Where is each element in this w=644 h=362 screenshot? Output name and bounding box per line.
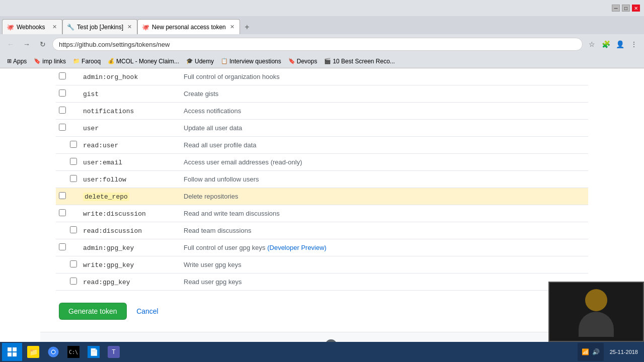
bookmark-interview-label: Interview questions bbox=[229, 58, 281, 65]
bookmark-imp-links[interactable]: 🔖 imp links bbox=[31, 56, 69, 67]
new-tab-button[interactable]: + bbox=[240, 20, 254, 34]
perm-desc-user_follow: Follow and unfollow users bbox=[181, 171, 588, 188]
developer-preview-link[interactable]: (Developer Preview) bbox=[266, 244, 327, 251]
perm-name-read_discussion: read:discussion bbox=[80, 222, 181, 239]
main-scroll-area[interactable]: admin:org_hookFull control of organizati… bbox=[0, 68, 644, 342]
menu-icon[interactable]: ⋮ bbox=[628, 38, 640, 50]
bookmark-farooq[interactable]: 📁 Farooq bbox=[70, 56, 104, 67]
svg-rect-1 bbox=[13, 347, 17, 351]
table-row: read:gpg_keyRead user gpg keys bbox=[56, 274, 588, 291]
bookmark-apps[interactable]: ⊞ Apps bbox=[4, 56, 30, 67]
perm-desc-write_gpg_key: Write user gpg keys bbox=[181, 256, 588, 274]
taskbar-chrome[interactable] bbox=[44, 343, 62, 361]
perm-checkbox-admin_org_hook[interactable] bbox=[59, 72, 66, 79]
perm-checkbox-read_discussion[interactable] bbox=[70, 226, 77, 233]
minimize-button[interactable]: ─ bbox=[612, 5, 620, 12]
taskbar-left: 📁 C:\ 📄 T bbox=[2, 343, 123, 361]
perm-checkbox-user_follow[interactable] bbox=[70, 175, 77, 182]
bookmark-mcol[interactable]: 💰 MCOL - Money Claim... bbox=[105, 56, 182, 67]
tab-webhooks[interactable]: 🐙 Webhooks ✕ bbox=[2, 19, 62, 34]
perm-desc-read_discussion: Read team discussions bbox=[181, 222, 588, 239]
tab-favicon-token: 🐙 bbox=[142, 24, 149, 31]
perm-name-admin_gpg_key: admin:gpg_key bbox=[80, 239, 181, 256]
clock[interactable]: 25-11-2018 bbox=[606, 348, 642, 355]
tab-close-jenkins[interactable]: ✕ bbox=[126, 23, 133, 31]
generate-token-button[interactable]: Generate token bbox=[59, 303, 127, 320]
perm-desc-read_user: Read all user profile data bbox=[181, 137, 588, 154]
table-row: write:gpg_keyWrite user gpg keys bbox=[56, 256, 588, 274]
perm-checkbox-gist[interactable] bbox=[59, 89, 66, 97]
apps-icon: ⊞ bbox=[7, 58, 12, 64]
bookmark-icon-imp: 🔖 bbox=[34, 58, 41, 64]
perm-desc-notifications: Access notifications bbox=[181, 103, 588, 120]
taskbar-explorer[interactable]: 📁 bbox=[24, 343, 42, 361]
perm-checkbox-admin_gpg_key[interactable] bbox=[59, 243, 66, 250]
tab-close-webhooks[interactable]: ✕ bbox=[51, 23, 58, 31]
perm-checkbox-delete_repo[interactable] bbox=[59, 192, 66, 199]
table-row: userUpdate all user data bbox=[56, 120, 588, 137]
table-row: admin:org_hookFull control of organizati… bbox=[56, 68, 588, 85]
address-bar: ← → ↻ https://github.com/settings/tokens… bbox=[0, 34, 644, 54]
tab-favicon-jenkins: 🔧 bbox=[67, 24, 74, 31]
bookmark-screen-rec[interactable]: 🎬 10 Best Screen Reco... bbox=[321, 56, 397, 67]
bookmark-devops[interactable]: 🔖 Devops bbox=[285, 56, 320, 67]
address-input[interactable]: https://github.com/settings/tokens/new bbox=[52, 38, 583, 51]
tab-label-webhooks: Webhooks bbox=[17, 24, 48, 31]
tab-favicon-webhooks: 🐙 bbox=[7, 24, 14, 31]
volume-icon: 🔊 bbox=[592, 348, 600, 355]
video-feed bbox=[549, 283, 643, 341]
taskbar-teams[interactable]: T bbox=[105, 343, 123, 361]
account-icon[interactable]: 👤 bbox=[614, 38, 626, 50]
tab-jenkins[interactable]: 🔧 Test job [Jenkins] ✕ bbox=[62, 19, 137, 34]
perm-desc-delete_repo: Delete repositories bbox=[181, 188, 588, 205]
perm-desc-write_discussion: Read and write team discussions bbox=[181, 205, 588, 222]
bookmark-icon[interactable]: ☆ bbox=[586, 38, 598, 50]
table-row: admin:gpg_keyFull control of user gpg ke… bbox=[56, 239, 588, 256]
start-button[interactable] bbox=[2, 343, 22, 361]
page-content: admin:org_hookFull control of organizati… bbox=[0, 68, 644, 342]
address-text: https://github.com/settings/tokens/new bbox=[59, 41, 170, 48]
bookmark-udemy[interactable]: 🎓 Udemy bbox=[183, 56, 217, 67]
table-row: write:discussionRead and write team disc… bbox=[56, 205, 588, 222]
close-button[interactable]: ✕ bbox=[632, 5, 640, 12]
perm-checkbox-read_gpg_key[interactable] bbox=[70, 278, 77, 285]
table-row: user:emailAccess user email addresses (r… bbox=[56, 154, 588, 171]
perm-name-write_gpg_key: write:gpg_key bbox=[80, 256, 181, 274]
window-controls[interactable]: ─ □ ✕ bbox=[612, 5, 640, 12]
video-overlay bbox=[548, 282, 644, 342]
table-row: user:followFollow and unfollow users bbox=[56, 171, 588, 188]
svg-rect-3 bbox=[13, 352, 17, 356]
perm-checkbox-read_user[interactable] bbox=[70, 141, 77, 148]
tab-close-token[interactable]: ✕ bbox=[229, 23, 235, 31]
forward-button[interactable]: → bbox=[20, 38, 33, 51]
perm-desc-gist: Create gists bbox=[181, 85, 588, 103]
bookmark-icon-screen: 🎬 bbox=[324, 58, 331, 64]
perm-checkbox-write_gpg_key[interactable] bbox=[70, 260, 77, 267]
svg-rect-0 bbox=[8, 347, 12, 351]
bookmark-icon-udemy: 🎓 bbox=[186, 58, 193, 64]
taskbar-cmd[interactable]: C:\ bbox=[64, 343, 83, 361]
page-footer: © 2018 GitHub, Inc. Terms Privacy Securi… bbox=[40, 332, 604, 342]
bookmark-icon-devops: 🔖 bbox=[288, 58, 295, 64]
perm-checkbox-write_discussion[interactable] bbox=[59, 209, 66, 216]
extensions-icon[interactable]: 🧩 bbox=[600, 38, 612, 50]
bookmark-interview[interactable]: 📋 Interview questions bbox=[218, 56, 284, 67]
perm-checkbox-user[interactable] bbox=[59, 124, 66, 131]
perm-name-user: user bbox=[80, 120, 181, 137]
taskbar-file[interactable]: 📄 bbox=[85, 343, 103, 361]
tab-new-token[interactable]: 🐙 New personal access token ✕ bbox=[137, 19, 240, 34]
bookmark-udemy-label: Udemy bbox=[195, 58, 214, 65]
perm-checkbox-user_email[interactable] bbox=[70, 158, 77, 165]
table-row: read:userRead all user profile data bbox=[56, 137, 588, 154]
bookmark-icon-interview: 📋 bbox=[221, 58, 228, 64]
perm-name-delete_repo: delete_repo bbox=[80, 188, 181, 205]
back-button[interactable]: ← bbox=[4, 38, 17, 51]
tab-label-jenkins: Test job [Jenkins] bbox=[77, 24, 123, 31]
maximize-button[interactable]: □ bbox=[622, 5, 630, 12]
reload-button[interactable]: ↻ bbox=[36, 38, 49, 51]
perm-desc-user: Update all user data bbox=[181, 120, 588, 137]
perm-checkbox-notifications[interactable] bbox=[59, 107, 66, 114]
perm-name-read_user: read:user bbox=[80, 137, 181, 154]
perm-desc-read_gpg_key: Read user gpg keys bbox=[181, 274, 588, 291]
cancel-link[interactable]: Cancel bbox=[136, 307, 158, 315]
